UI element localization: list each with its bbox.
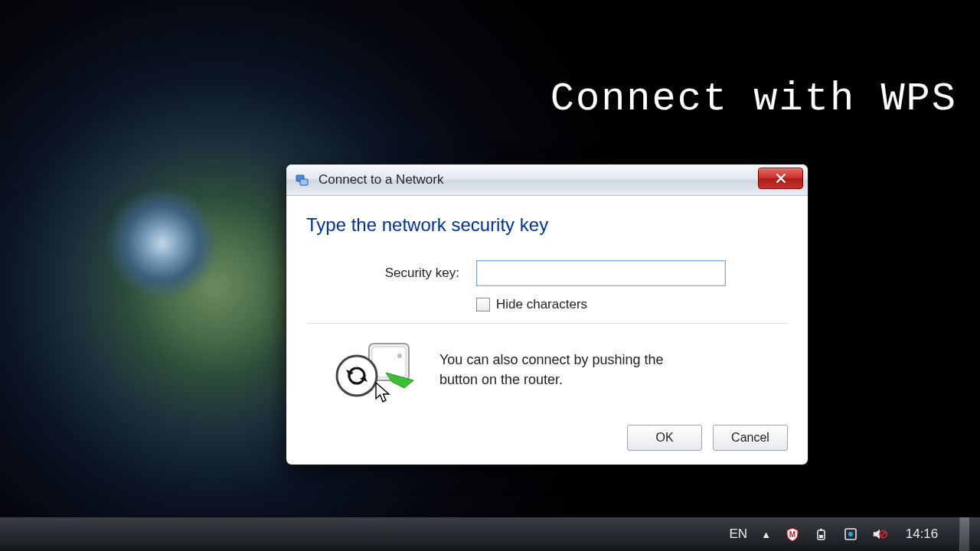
hide-characters-checkbox[interactable] <box>476 298 490 311</box>
cancel-button[interactable]: Cancel <box>713 425 788 451</box>
svg-text:M: M <box>789 530 795 539</box>
security-key-input[interactable] <box>476 260 726 286</box>
svg-rect-12 <box>819 535 823 538</box>
dialog-titlebar[interactable]: Connect to a Network <box>286 165 808 196</box>
show-desktop-button[interactable] <box>959 517 969 551</box>
hide-characters-label: Hide characters <box>496 297 587 312</box>
close-button[interactable] <box>758 168 803 189</box>
security-key-row: Security key: <box>306 260 788 286</box>
svg-point-4 <box>397 354 402 358</box>
taskbar[interactable]: EN ▲ M 14:16 <box>0 517 980 551</box>
system-tray: EN ▲ M 14:16 <box>719 517 981 551</box>
battery-icon[interactable] <box>814 517 829 551</box>
dialog-heading: Type the network security key <box>306 214 788 236</box>
dialog-title: Connect to a Network <box>318 172 443 187</box>
close-icon <box>776 173 786 184</box>
wps-hint-text: You can also connect by pushing the butt… <box>439 350 700 390</box>
ok-button[interactable]: OK <box>627 425 702 451</box>
overlay-caption: Connect with WPS <box>550 77 957 122</box>
dialog-button-row: OK Cancel <box>306 425 788 451</box>
shield-icon[interactable]: M <box>785 517 800 551</box>
wps-hint-row: You can also connect by pushing the butt… <box>306 337 788 408</box>
network-icon <box>294 171 311 188</box>
volume-muted-icon[interactable] <box>872 517 887 551</box>
svg-point-5 <box>337 356 377 396</box>
svg-rect-1 <box>300 179 308 185</box>
svg-rect-11 <box>820 529 822 530</box>
taskbar-clock[interactable]: 14:16 <box>901 517 942 551</box>
svg-point-14 <box>848 532 853 536</box>
language-indicator[interactable]: EN <box>730 517 748 551</box>
svg-line-16 <box>880 532 885 536</box>
screen: Connect with WPS Connect to a Network Ty… <box>0 0 980 551</box>
divider <box>306 323 788 324</box>
tray-overflow-button[interactable]: ▲ <box>761 517 771 551</box>
action-center-icon[interactable] <box>843 517 858 551</box>
wps-router-icon <box>331 337 423 402</box>
hide-characters-row[interactable]: Hide characters <box>476 297 788 312</box>
dialog-body: Type the network security key Security k… <box>286 196 808 465</box>
security-key-label: Security key: <box>306 266 476 281</box>
mouse-cursor-icon <box>375 382 392 403</box>
connect-network-dialog: Connect to a Network Type the network se… <box>286 164 808 465</box>
